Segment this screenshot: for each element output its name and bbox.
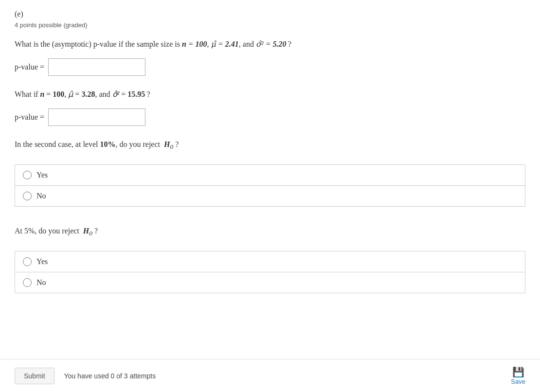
pvalue-row-2: p-value = [15,108,525,126]
yes-option-1[interactable]: Yes [15,165,525,186]
yes-option-2[interactable]: Yes [15,251,525,272]
yes-label-1: Yes [36,171,48,179]
reject-q1-text: In the second case, at level 10%, do you… [15,138,525,153]
no-label-2: No [36,278,46,287]
pvalue-row-1: p-value = [15,58,525,76]
no-radio-1[interactable] [23,192,32,200]
reject-q2-radio-group: Yes No [15,251,525,293]
pvalue-label-2: p-value = [15,113,44,122]
no-option-2[interactable]: No [15,272,525,293]
bottom-bar: Submit You have used 0 of 3 attempts 💾 S… [0,359,540,359]
no-label-1: No [36,192,46,200]
reject-q2-text: At 5%, do you reject H0 ? [15,224,525,239]
yes-radio-1[interactable] [23,171,32,179]
question1-text: What is the (asymptotic) p-value if the … [15,37,525,51]
pvalue-input-1[interactable] [48,58,145,76]
no-option-1[interactable]: No [15,186,525,206]
no-radio-2[interactable] [23,278,32,287]
pvalue-input-2[interactable] [48,108,145,126]
reject-q1-radio-group: Yes No [15,164,525,207]
pvalue-label-1: p-value = [15,63,44,71]
yes-radio-2[interactable] [23,257,32,266]
points-label: 4 points possible (graded) [15,21,525,29]
part-label: (e) [15,10,525,18]
question2-text: What if n = 100, μ̂ = 3.28, and σ̂² = 15… [15,88,525,101]
yes-label-2: Yes [36,257,48,266]
